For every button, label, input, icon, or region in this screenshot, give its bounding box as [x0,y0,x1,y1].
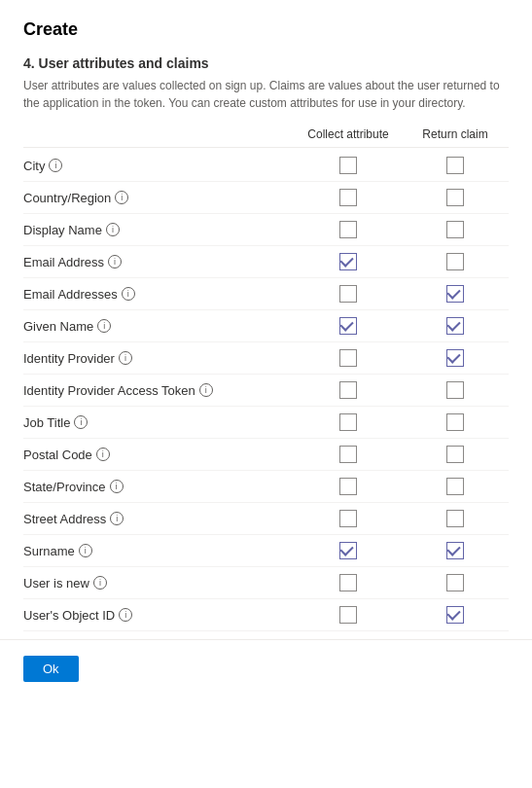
collect-checkbox[interactable] [339,285,357,303]
collect-checkbox[interactable] [339,221,357,238]
return-checkbox[interactable] [446,189,464,206]
attribute-name: Email Addressi [23,255,295,269]
attribute-name: State/Provincei [23,480,295,494]
return-checkbox-cell [402,381,509,399]
col-header-return: Return claim [402,127,509,141]
info-icon[interactable]: i [110,512,124,525]
info-icon[interactable]: i [122,287,135,301]
info-icon[interactable]: i [106,223,120,236]
attribute-name: Postal Codei [23,448,295,462]
return-checkbox[interactable] [446,157,464,174]
collect-checkbox[interactable] [339,574,357,591]
info-icon[interactable]: i [115,191,128,204]
info-icon[interactable]: i [74,415,88,429]
return-checkbox[interactable] [446,253,464,270]
table-row: Street Addressi [23,503,509,535]
section-title: 4. User attributes and claims [23,55,509,71]
return-checkbox-cell [402,221,509,238]
attribute-name: Street Addressi [23,512,295,526]
collect-checkbox-cell [295,317,402,335]
footer: Ok [0,639,532,698]
attributes-list: CityiCountry/RegioniDisplay NameiEmail A… [23,150,509,631]
info-icon[interactable]: i [199,383,213,397]
attribute-name: Email Addressesi [23,287,295,302]
ok-button[interactable]: Ok [23,656,79,682]
collect-checkbox-cell [295,189,402,206]
return-checkbox[interactable] [446,510,464,527]
return-checkbox-cell [402,574,509,591]
return-checkbox-cell [402,285,509,303]
attribute-name: Identity Provideri [23,351,295,366]
info-icon[interactable]: i [119,351,132,365]
return-checkbox[interactable] [446,478,464,495]
table-header: Collect attribute Return claim [23,127,509,148]
return-checkbox-cell [402,317,509,335]
table-row: Identity Provider Access Tokeni [23,375,509,407]
collect-checkbox[interactable] [339,253,357,270]
return-checkbox[interactable] [446,381,464,399]
return-checkbox[interactable] [446,317,464,335]
return-checkbox[interactable] [446,606,464,624]
info-icon[interactable]: i [110,480,124,493]
attribute-name: Identity Provider Access Tokeni [23,383,295,398]
collect-checkbox[interactable] [339,542,357,559]
table-row: Job Titlei [23,407,509,439]
return-checkbox[interactable] [446,542,464,559]
attribute-name: Country/Regioni [23,191,295,205]
return-checkbox-cell [402,349,509,367]
info-icon[interactable]: i [49,159,62,172]
attribute-name: Cityi [23,159,295,173]
collect-checkbox[interactable] [339,381,357,399]
collect-checkbox-cell [295,446,402,463]
table-row: Identity Provideri [23,342,509,375]
return-checkbox[interactable] [446,349,464,367]
return-checkbox-cell [402,606,509,624]
table-row: Email Addressesi [23,278,509,310]
collect-checkbox-cell [295,478,402,495]
return-checkbox[interactable] [446,574,464,591]
return-checkbox[interactable] [446,221,464,238]
collect-checkbox[interactable] [339,446,357,463]
collect-checkbox[interactable] [339,189,357,206]
info-icon[interactable]: i [108,255,122,269]
return-checkbox[interactable] [446,285,464,303]
return-checkbox[interactable] [446,413,464,431]
attribute-name: User is newi [23,576,295,591]
return-checkbox-cell [402,510,509,527]
return-checkbox-cell [402,189,509,206]
table-row: Display Namei [23,214,509,246]
return-checkbox-cell [402,157,509,174]
collect-checkbox[interactable] [339,413,357,431]
attribute-name: Given Namei [23,319,295,334]
section-description: User attributes are values collected on … [23,77,509,112]
collect-checkbox[interactable] [339,606,357,624]
collect-checkbox-cell [295,285,402,303]
return-checkbox[interactable] [446,446,464,463]
collect-checkbox-cell [295,542,402,559]
collect-checkbox-cell [295,413,402,431]
collect-checkbox[interactable] [339,317,357,335]
collect-checkbox-cell [295,221,402,238]
return-checkbox-cell [402,542,509,559]
info-icon[interactable]: i [119,608,132,622]
collect-checkbox[interactable] [339,349,357,367]
table-row: Country/Regioni [23,182,509,214]
table-row: Surnamei [23,535,509,567]
col-header-collect: Collect attribute [295,127,402,141]
collect-checkbox-cell [295,606,402,624]
collect-checkbox[interactable] [339,478,357,495]
info-icon[interactable]: i [93,576,107,590]
collect-checkbox[interactable] [339,157,357,174]
info-icon[interactable]: i [96,448,110,461]
panel-title: Create [23,19,509,40]
attribute-name: Surnamei [23,544,295,558]
attribute-name: Display Namei [23,223,295,237]
table-row: Email Addressi [23,246,509,278]
info-icon[interactable]: i [79,544,92,557]
collect-checkbox-cell [295,157,402,174]
collect-checkbox[interactable] [339,510,357,527]
info-icon[interactable]: i [97,319,111,333]
table-row: State/Provincei [23,471,509,503]
table-row: Postal Codei [23,439,509,471]
attribute-name: Job Titlei [23,415,295,430]
